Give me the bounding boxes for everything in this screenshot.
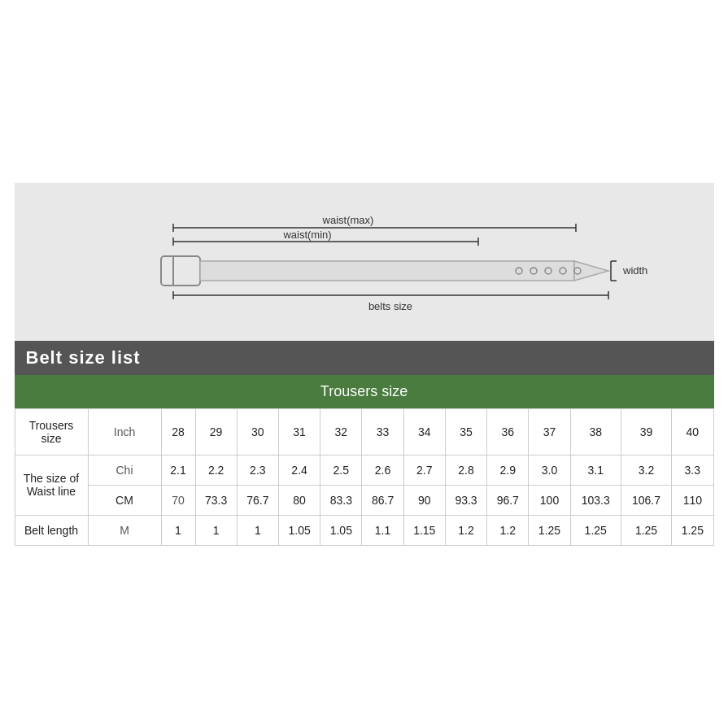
diagram-area: waist(max) waist(min) width <box>15 183 714 341</box>
cell: 2.5 <box>320 455 362 485</box>
cell: 1.15 <box>403 515 445 545</box>
main-container: waist(max) waist(min) width <box>15 183 714 546</box>
cell: 2.8 <box>445 455 486 485</box>
table-row: Trousers size Inch 28 29 30 31 32 33 34 … <box>15 408 713 455</box>
cell: 2.3 <box>237 455 278 485</box>
cell: 96.7 <box>487 485 529 515</box>
cell: 3.3 <box>672 455 713 485</box>
svg-text:waist(max): waist(max) <box>321 214 373 226</box>
cell: 40 <box>672 408 713 455</box>
cell: 1 <box>161 515 195 545</box>
cell: 2.1 <box>161 455 195 485</box>
cell: 1.25 <box>672 515 713 545</box>
cell: 1.05 <box>320 515 362 545</box>
cell: 31 <box>278 408 320 455</box>
row-unit-m: M <box>88 515 161 545</box>
cell: 90 <box>403 485 445 515</box>
row-unit-inch: Inch <box>88 408 161 455</box>
cell: 3.2 <box>621 455 671 485</box>
cell: 2.7 <box>403 455 445 485</box>
cell: 32 <box>320 408 362 455</box>
cell: 2.9 <box>487 455 529 485</box>
cell: 73.3 <box>195 485 237 515</box>
cell: 35 <box>445 408 486 455</box>
trousers-size-label: Trousers size <box>320 383 408 399</box>
cell: 2.4 <box>278 455 320 485</box>
cell: 1.25 <box>529 515 570 545</box>
cell: 39 <box>621 408 671 455</box>
cell: 70 <box>161 485 195 515</box>
svg-rect-8 <box>161 256 200 286</box>
svg-rect-10 <box>200 261 574 281</box>
cell: 2.6 <box>362 455 403 485</box>
cell: 80 <box>278 485 320 515</box>
cell: 3.1 <box>570 455 621 485</box>
title-text: Belt size list <box>26 347 141 368</box>
row-label-belt-length: Belt length <box>15 515 88 545</box>
cell: 38 <box>570 408 621 455</box>
title-bar: Belt size list <box>15 341 714 375</box>
cell: 30 <box>237 408 278 455</box>
cell: 1.25 <box>570 515 621 545</box>
cell: 36 <box>487 408 529 455</box>
row-label-waist: The size of Waist line <box>15 455 88 515</box>
cell: 1.25 <box>621 515 671 545</box>
cell: 1.2 <box>487 515 529 545</box>
size-table: Trousers size Inch 28 29 30 31 32 33 34 … <box>15 408 714 546</box>
cell: 29 <box>195 408 237 455</box>
cell: 33 <box>362 408 403 455</box>
table-row: Belt length M 1 1 1 1.05 1.05 1.1 1.15 1… <box>15 515 713 545</box>
svg-text:belts size: belts size <box>368 300 412 312</box>
cell: 86.7 <box>362 485 403 515</box>
cell: 1.1 <box>362 515 403 545</box>
cell: 3.0 <box>529 455 570 485</box>
cell: 103.3 <box>570 485 621 515</box>
belt-diagram-svg: waist(max) waist(min) width <box>47 207 682 321</box>
cell: 37 <box>529 408 570 455</box>
svg-marker-11 <box>574 261 608 281</box>
cell: 100 <box>529 485 570 515</box>
cell: 76.7 <box>237 485 278 515</box>
row-unit-chi: Chi <box>88 455 161 485</box>
row-unit-cm: CM <box>88 485 161 515</box>
cell: 34 <box>403 408 445 455</box>
trousers-size-header: Trousers size <box>15 375 714 408</box>
svg-text:width: width <box>622 264 647 277</box>
cell: 1 <box>195 515 237 545</box>
cell: 106.7 <box>621 485 671 515</box>
cell: 1 <box>237 515 278 545</box>
svg-text:waist(min): waist(min) <box>282 229 331 241</box>
table-row: CM 70 73.3 76.7 80 83.3 86.7 90 93.3 96.… <box>15 485 713 515</box>
cell: 83.3 <box>320 485 362 515</box>
cell: 1.05 <box>278 515 320 545</box>
row-label-trousers: Trousers size <box>15 408 88 455</box>
cell: 1.2 <box>445 515 486 545</box>
table-row: The size of Waist line Chi 2.1 2.2 2.3 2… <box>15 455 713 485</box>
cell: 2.2 <box>195 455 237 485</box>
cell: 110 <box>672 485 713 515</box>
cell: 93.3 <box>445 485 486 515</box>
cell: 28 <box>161 408 195 455</box>
